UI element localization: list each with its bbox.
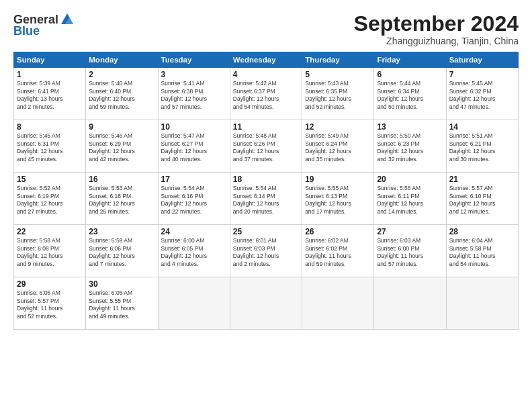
day-cell: 25Sunrise: 6:01 AMSunset: 6:03 PMDayligh… [230,225,302,277]
day-info: Sunrise: 6:05 AMSunset: 5:55 PMDaylight:… [89,289,154,320]
day-number: 18 [233,175,299,184]
day-info: Sunrise: 5:50 AMSunset: 6:23 PMDaylight:… [377,132,443,163]
day-cell: 18Sunrise: 5:54 AMSunset: 6:14 PMDayligh… [230,173,302,225]
day-cell [158,277,230,330]
day-info: Sunrise: 5:41 AMSunset: 6:38 PMDaylight:… [161,80,227,111]
day-info: Sunrise: 5:45 AMSunset: 6:32 PMDaylight:… [449,80,515,111]
header-friday: Friday [374,52,446,68]
day-number: 17 [161,175,227,184]
day-number: 9 [89,122,154,132]
day-number: 23 [89,227,154,236]
day-info: Sunrise: 5:59 AMSunset: 6:06 PMDaylight:… [89,237,154,268]
day-cell: 28Sunrise: 6:04 AMSunset: 5:58 PMDayligh… [446,225,518,277]
day-number: 19 [305,175,371,184]
day-cell: 1Sunrise: 5:39 AMSunset: 6:41 PMDaylight… [14,68,86,120]
day-cell: 2Sunrise: 5:40 AMSunset: 6:40 PMDaylight… [86,68,158,120]
day-number: 7 [449,70,515,79]
day-cell: 29Sunrise: 6:05 AMSunset: 5:57 PMDayligh… [14,277,86,330]
day-info: Sunrise: 6:02 AMSunset: 6:02 PMDaylight:… [305,237,371,268]
day-cell: 5Sunrise: 5:43 AMSunset: 6:35 PMDaylight… [302,68,374,120]
week-row-4: 22Sunrise: 5:58 AMSunset: 6:08 PMDayligh… [14,225,519,277]
page-header: General Blue September 2024 Zhangguizhua… [13,12,519,46]
day-cell [302,277,374,330]
day-cell [446,277,518,330]
day-info: Sunrise: 5:52 AMSunset: 6:19 PMDaylight:… [17,185,83,216]
day-info: Sunrise: 5:51 AMSunset: 6:21 PMDaylight:… [449,132,515,163]
day-cell: 8Sunrise: 5:45 AMSunset: 6:31 PMDaylight… [14,120,86,173]
calendar-page: General Blue September 2024 Zhangguizhua… [0,0,532,411]
day-number: 21 [449,175,515,184]
day-number: 28 [449,227,515,236]
day-number: 26 [305,227,371,236]
day-cell [230,277,302,330]
header-tuesday: Tuesday [158,52,230,68]
day-cell: 19Sunrise: 5:55 AMSunset: 6:13 PMDayligh… [302,173,374,225]
logo-blue: Blue [13,24,40,38]
day-info: Sunrise: 6:00 AMSunset: 6:05 PMDaylight:… [161,237,227,268]
header-monday: Monday [86,52,158,68]
day-cell: 23Sunrise: 5:59 AMSunset: 6:06 PMDayligh… [86,225,158,277]
day-info: Sunrise: 6:01 AMSunset: 6:03 PMDaylight:… [233,237,299,268]
logo-icon [60,12,75,27]
day-number: 3 [161,70,227,79]
day-cell: 27Sunrise: 6:03 AMSunset: 6:00 PMDayligh… [374,225,446,277]
day-number: 11 [233,122,299,132]
day-cell: 24Sunrise: 6:00 AMSunset: 6:05 PMDayligh… [158,225,230,277]
calendar-header-row: SundayMondayTuesdayWednesdayThursdayFrid… [14,52,519,68]
week-row-1: 1Sunrise: 5:39 AMSunset: 6:41 PMDaylight… [14,68,519,120]
day-number: 2 [89,70,154,79]
day-number: 14 [449,122,515,132]
day-cell: 3Sunrise: 5:41 AMSunset: 6:38 PMDaylight… [158,68,230,120]
day-info: Sunrise: 5:53 AMSunset: 6:18 PMDaylight:… [89,185,154,216]
day-number: 5 [305,70,371,79]
day-number: 22 [17,227,83,236]
day-number: 8 [17,122,83,132]
day-cell: 17Sunrise: 5:54 AMSunset: 6:16 PMDayligh… [158,173,230,225]
day-cell: 4Sunrise: 5:42 AMSunset: 6:37 PMDaylight… [230,68,302,120]
day-number: 29 [17,279,83,289]
day-cell: 20Sunrise: 5:56 AMSunset: 6:11 PMDayligh… [374,173,446,225]
day-cell: 6Sunrise: 5:44 AMSunset: 6:34 PMDaylight… [374,68,446,120]
week-row-2: 8Sunrise: 5:45 AMSunset: 6:31 PMDaylight… [14,120,519,173]
day-cell: 11Sunrise: 5:48 AMSunset: 6:26 PMDayligh… [230,120,302,173]
day-info: Sunrise: 6:05 AMSunset: 5:57 PMDaylight:… [17,289,83,320]
day-info: Sunrise: 5:42 AMSunset: 6:37 PMDaylight:… [233,80,299,111]
week-row-5: 29Sunrise: 6:05 AMSunset: 5:57 PMDayligh… [14,277,519,330]
header-sunday: Sunday [14,52,86,68]
day-info: Sunrise: 5:49 AMSunset: 6:24 PMDaylight:… [305,132,371,163]
calendar-body: 1Sunrise: 5:39 AMSunset: 6:41 PMDaylight… [14,68,519,330]
day-info: Sunrise: 5:54 AMSunset: 6:16 PMDaylight:… [161,185,227,216]
day-cell: 9Sunrise: 5:46 AMSunset: 6:29 PMDaylight… [86,120,158,173]
day-number: 12 [305,122,371,132]
day-number: 16 [89,175,154,184]
day-cell: 26Sunrise: 6:02 AMSunset: 6:02 PMDayligh… [302,225,374,277]
day-cell: 12Sunrise: 5:49 AMSunset: 6:24 PMDayligh… [302,120,374,173]
day-cell: 21Sunrise: 5:57 AMSunset: 6:10 PMDayligh… [446,173,518,225]
day-info: Sunrise: 5:44 AMSunset: 6:34 PMDaylight:… [377,80,443,111]
day-number: 6 [377,70,443,79]
day-number: 4 [233,70,299,79]
day-cell: 30Sunrise: 6:05 AMSunset: 5:55 PMDayligh… [86,277,158,330]
logo: General Blue [13,12,75,38]
day-number: 25 [233,227,299,236]
day-cell [374,277,446,330]
day-number: 1 [17,70,83,79]
day-info: Sunrise: 6:03 AMSunset: 6:00 PMDaylight:… [377,237,443,268]
day-info: Sunrise: 5:56 AMSunset: 6:11 PMDaylight:… [377,185,443,216]
week-row-3: 15Sunrise: 5:52 AMSunset: 6:19 PMDayligh… [14,173,519,225]
calendar-table: SundayMondayTuesdayWednesdayThursdayFrid… [13,52,519,330]
day-info: Sunrise: 5:58 AMSunset: 6:08 PMDaylight:… [17,237,83,268]
day-number: 13 [377,122,443,132]
day-number: 24 [161,227,227,236]
day-cell: 7Sunrise: 5:45 AMSunset: 6:32 PMDaylight… [446,68,518,120]
day-cell: 16Sunrise: 5:53 AMSunset: 6:18 PMDayligh… [86,173,158,225]
header-wednesday: Wednesday [230,52,302,68]
day-info: Sunrise: 5:55 AMSunset: 6:13 PMDaylight:… [305,185,371,216]
day-cell: 13Sunrise: 5:50 AMSunset: 6:23 PMDayligh… [374,120,446,173]
month-title: September 2024 [354,12,519,36]
day-info: Sunrise: 5:54 AMSunset: 6:14 PMDaylight:… [233,185,299,216]
title-block: September 2024 Zhangguizhuang, Tianjin, … [354,12,519,46]
day-info: Sunrise: 5:40 AMSunset: 6:40 PMDaylight:… [89,80,154,111]
day-info: Sunrise: 6:04 AMSunset: 5:58 PMDaylight:… [449,237,515,268]
day-cell: 14Sunrise: 5:51 AMSunset: 6:21 PMDayligh… [446,120,518,173]
